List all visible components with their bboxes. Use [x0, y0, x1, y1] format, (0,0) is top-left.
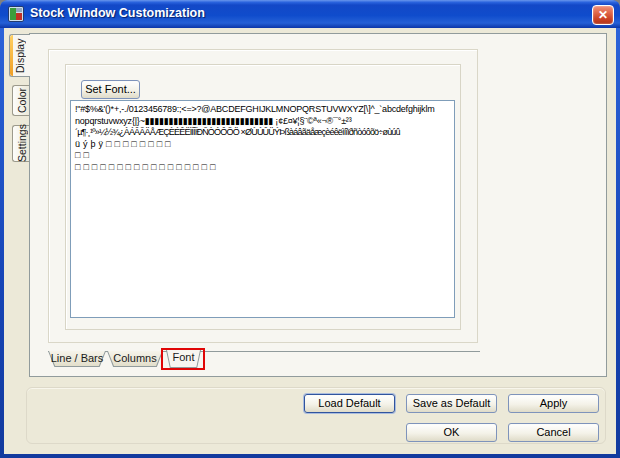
bottom-tab-columns[interactable]: Columns — [107, 351, 163, 367]
side-tab-display[interactable]: Display — [9, 34, 30, 77]
button-panel: Load Default Save as Default Apply OK Ca… — [26, 387, 606, 444]
display-tab-page: Set Font... !"#$%&'()*+,-./0123456789:;<… — [29, 33, 607, 377]
ok-button[interactable]: OK — [406, 423, 497, 442]
font-preview-line: !"#$%&'()*+,-./0123456789:;<=>?@ABCDEFGH… — [75, 104, 450, 116]
bottom-tab-line-bars[interactable]: Line / Bars — [48, 351, 106, 367]
close-button[interactable]: ✕ — [592, 5, 614, 25]
app-icon-red-block — [16, 13, 22, 20]
dialog-window: Stock Window Customization ✕ Display Col… — [0, 0, 620, 458]
font-preview-line: □□□□□□□□□□□□□□□□□ — [75, 162, 450, 174]
app-icon — [8, 6, 24, 22]
side-tab-settings[interactable]: Settings — [12, 125, 30, 162]
load-default-button[interactable]: Load Default — [304, 394, 395, 413]
save-as-default-button[interactable]: Save as Default — [406, 394, 497, 413]
font-preview-box: !"#$%&'()*+,-./0123456789:;<=>?@ABCDEFGH… — [70, 100, 455, 318]
set-font-button[interactable]: Set Font... — [81, 80, 140, 99]
close-icon: ✕ — [598, 8, 608, 22]
cancel-button[interactable]: Cancel — [508, 423, 599, 442]
bottom-tab-columns-label: Columns — [107, 351, 163, 367]
side-tab-color[interactable]: Color — [12, 85, 30, 116]
side-tab-color-label: Color — [13, 86, 30, 115]
apply-button[interactable]: Apply — [508, 394, 599, 413]
font-preview-line: nopqrstuvwxyz{|}~▮▮▮▮▮▮▮▮▮▮▮▮▮▮▮▮▮▮▮▮▮▮▮… — [75, 116, 450, 128]
font-tab-page-frame: Set Font... !"#$%&'()*+,-./0123456789:;<… — [48, 49, 478, 343]
app-icon-gray-block — [16, 8, 22, 12]
font-preview-line: ´µ¶·¸¹º»¼½¾¿ÀÁÂÃÄÅÆÇÈÉÊËÌÍÎÏÐÑÒÓÔÕÖ ×ØÙÚ… — [75, 127, 450, 139]
side-tab-settings-label: Settings — [13, 126, 30, 161]
bottom-tab-line-bars-label: Line / Bars — [48, 351, 106, 367]
bottom-tab-font-label: Font — [166, 350, 201, 368]
bottom-tab-font[interactable]: Font — [166, 350, 201, 368]
font-preview-line: üýþÿ□□□□□□□□ — [75, 139, 450, 151]
font-group-box: Set Font... !"#$%&'()*+,-./0123456789:;<… — [65, 64, 461, 330]
dialog-client-area: Display Color Settings Set Font... !"#$%… — [4, 28, 616, 454]
window-title: Stock Window Customization — [30, 6, 205, 20]
side-tab-display-label: Display — [10, 35, 30, 76]
font-preview-line: □□ — [75, 150, 450, 162]
title-bar: Stock Window Customization ✕ — [0, 0, 620, 28]
